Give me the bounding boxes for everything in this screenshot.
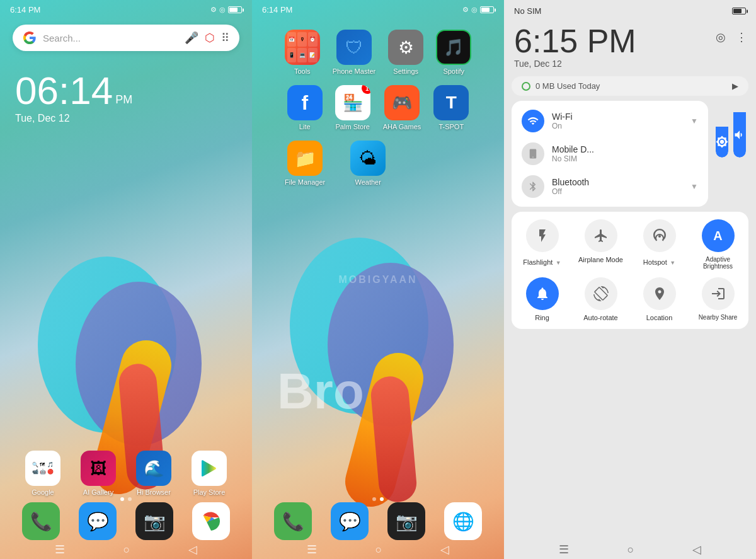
airplane-icon (585, 219, 617, 252)
apps-icon[interactable]: ⠿ (221, 31, 229, 45)
dock2-messages-icon: 💬 (331, 502, 369, 540)
nav-home-icon[interactable]: ○ (123, 543, 130, 556)
fb-lite-label: Lite (299, 123, 311, 130)
spotify-app[interactable]: 🎵 Spotify (436, 30, 471, 75)
tools-app[interactable]: 📅 🎙 ⏰ 📱 💻 📝 Tools (285, 30, 320, 75)
auto-rotate-icon (585, 277, 617, 310)
flashlight-icon (526, 219, 559, 252)
clock-date: Tue, Dec 12 (15, 113, 237, 124)
bro-text: Bro (277, 362, 364, 420)
adaptive-brightness-icon: A (702, 219, 735, 252)
mobile-data-text: Mobile D... No SIM (552, 144, 698, 163)
bottom-apps-row: 🔍 🗺 🎵 📹 🤖 🔴 Google 🖼 AI Gallery 🌊 (0, 451, 252, 496)
status-bar-3: No SIM (504, 0, 756, 20)
camera-icon: 📷 (135, 502, 173, 540)
phone-icon: 📞 (22, 502, 60, 540)
hi-browser-app[interactable]: 🌊 Hi Browser (136, 451, 171, 496)
tools-icon: 📅 🎙 ⏰ 📱 💻 📝 (285, 30, 320, 65)
ring-tile[interactable]: Ring (517, 277, 568, 321)
flashlight-tile[interactable]: Flashlight ▼ (517, 219, 568, 270)
dock-phone[interactable]: 📞 (22, 502, 60, 540)
location-icon-2: ◎ (471, 6, 478, 14)
app-row-3: 📁 File Manager 🌤 Weather (262, 135, 494, 191)
bluetooth-icon-circle (522, 175, 544, 198)
ring-icon (526, 277, 559, 310)
hotspot-label-wrap: Hotspot ▼ (643, 256, 675, 267)
settings-app[interactable]: ⚙ Settings (388, 30, 423, 75)
nearby-share-tile[interactable]: Nearby Share (692, 277, 743, 321)
nav2-menu[interactable]: ☰ (307, 543, 317, 556)
fb-lite-icon: f (287, 85, 323, 120)
phone-master-app[interactable]: 🛡 Phone Master (333, 30, 375, 75)
fb-lite-app[interactable]: f Lite (287, 85, 323, 130)
file-manager-app[interactable]: 📁 File Manager (285, 141, 325, 186)
toggles-sliders-area: Wi-Fi On ▼ Mobile D... No SIM (512, 101, 748, 207)
google-app[interactable]: 🔍 🗺 🎵 📹 🤖 🔴 Google (25, 451, 60, 496)
microphone-icon[interactable]: 🎤 (185, 31, 198, 45)
auto-rotate-tile[interactable]: Auto-rotate (575, 277, 626, 321)
spotify-label: Spotify (443, 67, 464, 75)
nav-back-icon[interactable]: ◁ (188, 543, 197, 556)
dot2-active (380, 497, 384, 501)
quick-actions-panel: Flashlight ▼ Airplane Mode (512, 212, 748, 329)
status-bar-2: 6:14 PM ⚙ ◎ (252, 0, 504, 17)
lens-icon[interactable]: ⬡ (205, 31, 215, 45)
dock2-messages[interactable]: 💬 (331, 502, 369, 540)
bluetooth-toggle[interactable]: Bluetooth Off ▼ (515, 170, 704, 203)
mobile-data-toggle[interactable]: Mobile D... No SIM (515, 137, 704, 170)
nav3-home[interactable]: ○ (627, 543, 634, 556)
ai-gallery-app[interactable]: 🖼 AI Gallery (81, 451, 116, 496)
location-tile[interactable]: Location (634, 277, 685, 321)
nav-menu-icon[interactable]: ☰ (55, 543, 65, 556)
dock2-camera-icon: 📷 (387, 502, 425, 540)
brightness-slider[interactable] (716, 101, 728, 158)
tools-label: Tools (294, 67, 311, 75)
data-usage-bar[interactable]: 0 MB Used Today ▶ (512, 76, 748, 96)
aha-games-icon: 🎮 (384, 85, 420, 120)
nav2-home[interactable]: ○ (375, 543, 382, 556)
dock2-phone[interactable]: 📞 (274, 502, 312, 540)
clock-time: 06:14 PM (15, 71, 237, 110)
weather-app[interactable]: 🌤 Weather (350, 141, 386, 186)
dock2-chrome[interactable]: 🌐 (444, 502, 482, 540)
adaptive-brightness-tile[interactable]: A Adaptive Brightness (692, 219, 743, 270)
dock2-camera[interactable]: 📷 (387, 502, 425, 540)
time-display-2: 6:14 PM (262, 5, 292, 14)
ring-label: Ring (535, 314, 549, 321)
phone-master-icon: 🛡 (336, 30, 372, 65)
palm-store-app[interactable]: 🏪 1 Palm Store (335, 85, 370, 130)
panel-date: Tue, Dec 12 (514, 59, 746, 69)
home-screen: 6:14 PM ⚙ ◎ Search... 🎤 ⬡ ⠿ 06:14 PM T (0, 0, 252, 559)
volume-slider[interactable] (733, 101, 746, 158)
dot-active (120, 497, 124, 501)
sliders-panel (716, 101, 746, 207)
hi-browser-label: Hi Browser (137, 488, 171, 496)
search-bar[interactable]: Search... 🎤 ⬡ ⠿ (13, 25, 239, 51)
palm-store-badge: 1 (362, 85, 370, 94)
airplane-tile[interactable]: Airplane Mode (575, 219, 626, 270)
nav-bar-1: ☰ ○ ◁ (0, 540, 252, 559)
dock-camera[interactable]: 📷 (135, 502, 173, 540)
aha-games-app[interactable]: 🎮 AHA Games (383, 85, 421, 130)
battery-icon-3 (732, 8, 746, 14)
settings-icon-1: ⚙ (210, 6, 217, 14)
wifi-toggle[interactable]: Wi-Fi On ▼ (515, 105, 704, 137)
dock-chrome[interactable] (192, 502, 230, 540)
hotspot-tile[interactable]: Hotspot ▼ (634, 219, 685, 270)
tspot-label: T-SPOT (438, 123, 464, 130)
spotify-icon: 🎵 (436, 30, 471, 65)
wifi-toggle-text: Wi-Fi On (552, 112, 690, 130)
dock-1: 📞 💬 📷 (0, 502, 252, 540)
adaptive-brightness-label: Adaptive Brightness (692, 256, 743, 270)
weather-icon: 🌤 (350, 141, 386, 176)
play-store-app[interactable]: Play Store (192, 451, 227, 496)
nav3-back[interactable]: ◁ (692, 543, 701, 556)
dock-messages[interactable]: 💬 (79, 502, 117, 540)
nav2-back[interactable]: ◁ (440, 543, 449, 556)
nav3-menu[interactable]: ☰ (559, 543, 569, 556)
panel-top-icons: ◎ ⋮ (716, 30, 747, 44)
tspot-app[interactable]: T T-SPOT (433, 85, 469, 130)
target-icon[interactable]: ◎ (716, 30, 726, 44)
more-icon[interactable]: ⋮ (736, 30, 747, 44)
auto-rotate-label: Auto-rotate (583, 314, 617, 321)
